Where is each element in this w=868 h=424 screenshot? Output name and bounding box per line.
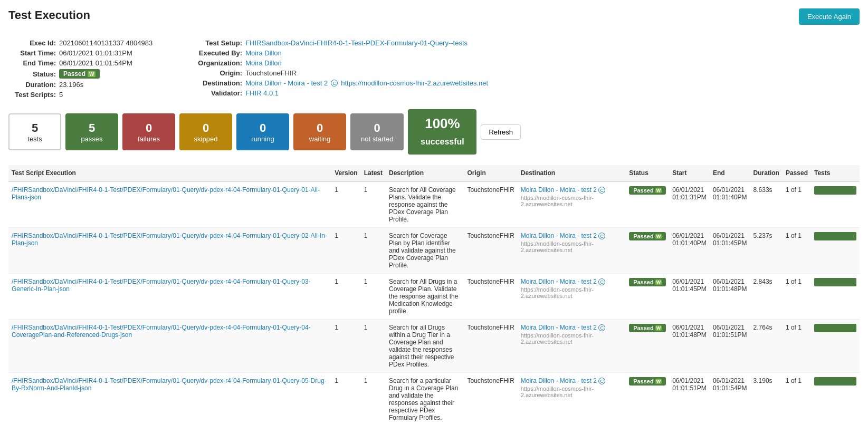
- cell-script: /FHIRSandbox/DaVinci/FHIR4-0-1-Test/PDEX…: [8, 228, 331, 274]
- cell-latest: 1: [361, 320, 386, 373]
- cell-start: 06/01/202101:01:51PM: [669, 373, 710, 425]
- running-count: 0: [260, 121, 266, 135]
- origin-label: Origin:: [184, 69, 242, 77]
- w-icon: W: [655, 325, 662, 331]
- dest-link[interactable]: Moira Dillon - Moira - test 2: [521, 232, 597, 239]
- cell-end: 06/01/202101:01:54PM: [710, 373, 750, 425]
- meta-section: Exec Id: 20210601140131337 4804983 Start…: [8, 39, 860, 99]
- organization-value[interactable]: Moira Dillon: [245, 59, 282, 67]
- cell-end: 06/01/202101:01:40PM: [710, 181, 750, 228]
- progress-bar: [814, 232, 856, 240]
- col-origin: Origin: [464, 165, 517, 181]
- duration-value: 23.196s: [59, 81, 83, 89]
- tests-count: 5: [32, 121, 38, 135]
- status-badge: Passed W: [629, 186, 666, 195]
- cell-version: 1: [331, 373, 360, 425]
- cell-description: Search for a particular Drug in a Covera…: [386, 373, 464, 425]
- cell-latest: 1: [361, 373, 386, 425]
- validator-value[interactable]: FHIR 4.0.1: [245, 89, 279, 97]
- summary-bar: 5 tests 5 passes 0 failures 0 skipped 0 …: [8, 109, 860, 155]
- script-link[interactable]: /FHIRSandbox/DaVinci/FHIR4-0-1-Test/PDEX…: [12, 377, 327, 392]
- cell-status: Passed W: [626, 228, 669, 274]
- tests-box: 5 tests: [8, 113, 61, 150]
- cell-passed: 1 of 1: [783, 320, 811, 373]
- cell-end: 06/01/202101:01:45PM: [710, 228, 750, 274]
- validator-label: Validator:: [184, 89, 242, 97]
- destination-url[interactable]: https://modillon-cosmos-fhir-2.azurewebs…: [341, 79, 488, 87]
- cell-latest: 1: [361, 181, 386, 228]
- cell-version: 1: [331, 274, 360, 320]
- copy-icon[interactable]: C: [598, 324, 605, 331]
- dest-link[interactable]: Moira Dillon - Moira - test 2: [521, 324, 597, 331]
- script-link[interactable]: /FHIRSandbox/DaVinci/FHIR4-0-1-Test/PDEX…: [12, 278, 311, 293]
- start-time-label: Start Time:: [8, 49, 56, 57]
- cell-version: 1: [331, 228, 360, 274]
- copy-icon[interactable]: C: [598, 233, 605, 239]
- cell-passed: 1 of 1: [783, 373, 811, 425]
- not-started-box: 0 not started: [350, 113, 404, 150]
- cell-end: 06/01/202101:01:48PM: [710, 274, 750, 320]
- copy-icon[interactable]: C: [331, 80, 338, 86]
- col-end: End: [710, 165, 750, 181]
- cell-origin: TouchstoneFHIR: [464, 320, 517, 373]
- cell-duration: 3.190s: [750, 373, 783, 425]
- cell-status: Passed W: [626, 320, 669, 373]
- copy-icon[interactable]: C: [598, 378, 605, 384]
- w-icon: W: [655, 280, 662, 285]
- cell-duration: 5.237s: [750, 228, 783, 274]
- cell-origin: TouchstoneFHIR: [464, 373, 517, 425]
- test-scripts-value: 5: [59, 91, 63, 99]
- success-pct: 100%: [425, 115, 460, 131]
- cell-origin: TouchstoneFHIR: [464, 181, 517, 228]
- dest-link[interactable]: Moira Dillon - Moira - test 2: [521, 377, 597, 384]
- w-icon: W: [655, 379, 662, 384]
- duration-row: Duration: 23.196s: [8, 81, 152, 89]
- col-destination: Destination: [518, 165, 626, 181]
- waiting-count: 0: [317, 121, 323, 135]
- cell-tests: [811, 181, 860, 228]
- cell-duration: 8.633s: [750, 181, 783, 228]
- refresh-button[interactable]: Refresh: [481, 124, 521, 140]
- results-table: Test Script Execution Version Latest Des…: [8, 165, 860, 424]
- not-started-count: 0: [374, 121, 380, 135]
- passes-label: passes: [81, 135, 102, 143]
- dest-link[interactable]: Moira Dillon - Moira - test 2: [521, 186, 597, 194]
- cell-start: 06/01/202101:01:40PM: [669, 228, 710, 274]
- origin-row: Origin: TouchstoneFHIR: [184, 69, 488, 77]
- status-badge: Passed W: [629, 324, 666, 332]
- exec-id-row: Exec Id: 20210601140131337 4804983: [8, 39, 152, 47]
- script-link[interactable]: /FHIRSandbox/DaVinci/FHIR4-0-1-Test/PDEX…: [12, 324, 311, 339]
- cell-description: Search for all Drugs within a Drug Tier …: [386, 320, 464, 373]
- organization-label: Organization:: [184, 59, 242, 67]
- cell-status: Passed W: [626, 181, 669, 228]
- results-table-container: Test Script Execution Version Latest Des…: [8, 165, 860, 424]
- success-box: 100% successful: [408, 109, 476, 155]
- destination-row: Destination: Moira Dillon - Moira - test…: [184, 79, 488, 87]
- destination-label: Destination:: [184, 79, 242, 87]
- waiting-label: waiting: [309, 135, 330, 143]
- success-label: successful: [421, 137, 464, 146]
- copy-icon[interactable]: C: [598, 278, 605, 285]
- script-link[interactable]: /FHIRSandbox/DaVinci/FHIR4-0-1-Test/PDEX…: [12, 232, 327, 247]
- cell-latest: 1: [361, 228, 386, 274]
- status-badge: Passed W: [629, 377, 666, 386]
- dest-link[interactable]: Moira Dillon - Moira - test 2: [521, 278, 597, 285]
- test-setup-link[interactable]: FHIRSandbox-DaVinci-FHIR4-0-1-Test-PDEX-…: [245, 39, 468, 47]
- execute-again-button[interactable]: Execute Again: [799, 8, 860, 25]
- status-row: Status: Passed W: [8, 69, 152, 79]
- meta-right: Test Setup: FHIRSandbox-DaVinci-FHIR4-0-…: [184, 39, 488, 99]
- script-link[interactable]: /FHIRSandbox/DaVinci/FHIR4-0-1-Test/PDEX…: [12, 186, 320, 201]
- end-time-row: End Time: 06/01/2021 01:01:54PM: [8, 59, 152, 67]
- table-row: /FHIRSandbox/DaVinci/FHIR4-0-1-Test/PDEX…: [8, 181, 860, 228]
- cell-passed: 1 of 1: [783, 228, 811, 274]
- destination-link[interactable]: Moira Dillon - Moira - test 2: [245, 79, 328, 87]
- cell-script: /FHIRSandbox/DaVinci/FHIR4-0-1-Test/PDEX…: [8, 274, 331, 320]
- cell-end: 06/01/202101:01:51PM: [710, 320, 750, 373]
- executed-by-value[interactable]: Moira Dillon: [245, 49, 282, 57]
- copy-icon[interactable]: C: [598, 187, 605, 194]
- cell-passed: 1 of 1: [783, 181, 811, 228]
- cell-script: /FHIRSandbox/DaVinci/FHIR4-0-1-Test/PDEX…: [8, 320, 331, 373]
- tests-label: tests: [27, 135, 42, 143]
- cell-script: /FHIRSandbox/DaVinci/FHIR4-0-1-Test/PDEX…: [8, 373, 331, 425]
- col-status: Status: [626, 165, 669, 181]
